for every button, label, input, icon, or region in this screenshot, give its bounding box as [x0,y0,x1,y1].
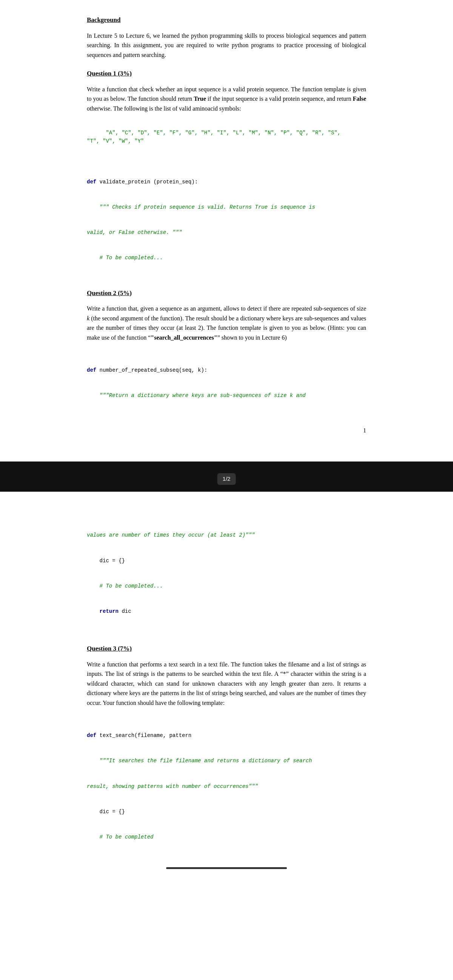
q1-symbols-text: "A", "C", "D", "E", "F", "G", "H", "I", … [87,130,340,144]
q2-cont-line3: # To be completed... [87,582,366,590]
q2-cont-line4: return dic [87,607,366,616]
q1-false: False [353,95,366,102]
q3-code-line4: dic = {} [87,808,366,816]
question3-section: Question 3 (7%) Write a function that pe… [87,644,366,858]
q2-cont-line2: dic = {} [87,557,366,565]
q1-code-line1: def validate_protein (protein_seq): [87,178,366,186]
q1-true: True [194,95,206,102]
q3-code: def text_search(filename, pattern """It … [87,715,366,859]
q1-code-line4: # To be completed... [87,254,366,262]
q1-symbols: "A", "C", "D", "E", "F", "G", "H", "I", … [87,120,366,154]
background-title: Background [87,15,366,25]
q3-code-line1: def text_search(filename, pattern [87,731,366,740]
page-break: 1/2 [0,461,453,492]
background-section: Background In Lecture 5 to Lecture 6, we… [87,15,366,60]
q1-text3: otherwise. The following is the list of … [87,105,241,112]
q1-description: Write a function that check whether an i… [87,84,366,114]
q2-cont-line1: values are number of times they occur (a… [87,531,366,539]
q3-description: Write a function that performs a text se… [87,660,366,708]
q1-title: Question 1 (3%) [87,69,366,78]
page-1: Background In Lecture 5 to Lecture 6, we… [87,0,366,450]
q1-code: def validate_protein (protein_seq): """ … [87,161,366,279]
q1-text2: if the input sequence is a valid protein… [206,95,353,102]
background-text: In Lecture 5 to Lecture 6, we learned th… [87,31,366,60]
q2-title: Question 2 (5%) [87,288,366,298]
q3-code-line3: result, showing patterns with number of … [87,782,366,791]
q2-code: def number_of_repeated_subseq(seq, k): "… [87,349,366,417]
q1-code-line3: valid, or False otherwise. """ [87,228,366,237]
question1-section: Question 1 (3%) Write a function that ch… [87,69,366,279]
q2-code-line1: def number_of_repeated_subseq(seq, k): [87,366,366,374]
q3-code-line2: """It searches the file filename and ret… [87,757,366,765]
q2-code-line2: """Return a dictionary where keys are su… [87,391,366,399]
q1-code-line2: """ Checks if protein sequence is valid.… [87,203,366,211]
page-number-1: 1 [87,426,366,435]
q3-code-line5: # To be completed [87,833,366,841]
bottom-bar [166,867,287,869]
page-indicator: 1/2 [217,473,236,485]
q2-code-continued: values are number of times they occur (a… [87,514,366,632]
page-2: values are number of times they occur (a… [87,514,366,885]
question2-section: Question 2 (5%) Write a function that, g… [87,288,366,417]
q2-description: Write a function that, given a sequence … [87,304,366,342]
q3-title: Question 3 (7%) [87,644,366,654]
